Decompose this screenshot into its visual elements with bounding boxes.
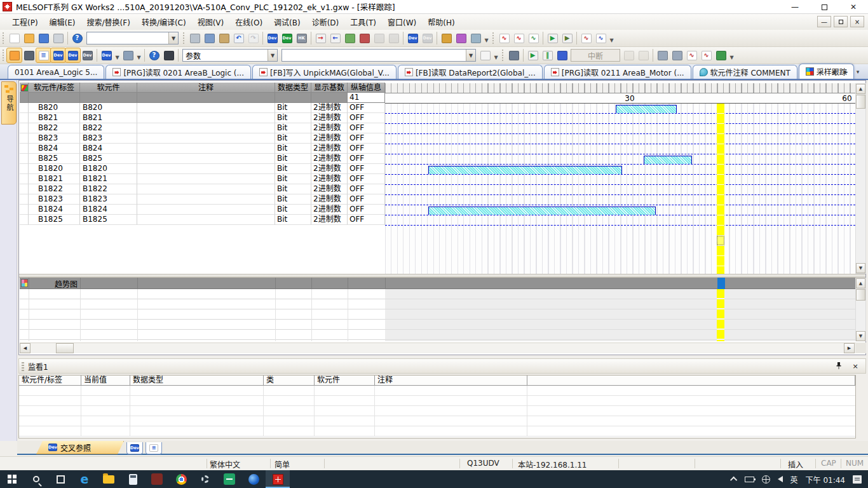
volume-icon[interactable]	[778, 476, 783, 482]
target-combo-arrow-icon[interactable]: ▼	[466, 50, 475, 61]
zoom-fit-button[interactable]	[714, 48, 728, 62]
tab-output-list[interactable]: ≡	[146, 442, 162, 454]
menu-item[interactable]: 搜索/替换(F)	[81, 15, 136, 29]
window-combo[interactable]: 参数▼	[182, 49, 278, 62]
toolbar-overflow-arrow[interactable]: ▼	[135, 48, 142, 62]
hscroll-thumb[interactable]	[56, 343, 74, 353]
trend-cursor-bar[interactable]	[717, 289, 724, 341]
waveform-vscrollbar[interactable]: ▲ ▼	[855, 83, 866, 274]
toolbar-overflow-arrow[interactable]: ▼	[483, 31, 490, 45]
navigation-window-button[interactable]	[7, 48, 22, 62]
clock[interactable]: 下午 01:44	[806, 474, 845, 485]
device-search-button[interactable]	[121, 48, 135, 62]
device-monitor-button[interactable]: Dev	[280, 31, 294, 45]
trace-register-button[interactable]: ∿	[497, 31, 512, 45]
close-button[interactable]: ✕	[839, 0, 868, 14]
help2-button[interactable]: ?	[147, 48, 161, 62]
device-net-button[interactable]: Dev	[80, 48, 95, 62]
trend-scroll-up-button[interactable]: ▲	[856, 278, 865, 288]
watch-empty-row[interactable]	[19, 386, 855, 396]
settings-icon[interactable]	[193, 470, 217, 488]
monitor-grid-button[interactable]	[555, 48, 569, 62]
paste-button[interactable]	[217, 31, 231, 45]
mdi-close-button[interactable]: ×	[850, 16, 864, 27]
toolbar-overflow-arrow[interactable]: ▼	[608, 31, 615, 45]
module-config-button[interactable]	[22, 48, 36, 62]
target-combo[interactable]: ▼	[281, 49, 476, 62]
menu-item[interactable]: 编辑(E)	[44, 15, 81, 29]
toolbar-overflow-arrow[interactable]: ▼	[492, 48, 499, 62]
trace-transfer-button[interactable]: ▶	[560, 31, 574, 45]
maximize-button[interactable]	[810, 0, 839, 14]
wave-zoom-h-button[interactable]: ∿	[593, 31, 608, 45]
melsoft-taskbar-icon[interactable]	[266, 470, 290, 488]
find-binoculars-button[interactable]	[161, 48, 176, 62]
help-button[interactable]: ?	[70, 31, 85, 45]
monitor-find-button[interactable]	[357, 31, 372, 45]
start-button[interactable]	[0, 470, 24, 488]
task-view-button[interactable]	[48, 470, 72, 488]
print-button[interactable]	[51, 31, 65, 45]
edge-icon[interactable]: e	[72, 470, 97, 488]
grayed-find2-button[interactable]	[386, 31, 401, 45]
tab-list-button[interactable]: ▾	[853, 67, 863, 77]
zoom-device1-button[interactable]	[655, 48, 670, 62]
mdi-restore-button[interactable]	[834, 16, 848, 27]
trend-vscrollbar[interactable]: ▲ ▼	[855, 278, 866, 341]
verify-with-plc-button[interactable]	[342, 31, 357, 45]
menu-item[interactable]: 在线(O)	[229, 15, 268, 29]
scroll-down-button[interactable]: ▼	[856, 263, 865, 273]
device-batch-button[interactable]: HK	[294, 31, 309, 45]
step1-button[interactable]	[621, 48, 636, 62]
toolbar-grip[interactable]	[2, 32, 5, 44]
trend-vscroll-thumb[interactable]	[856, 289, 865, 301]
watch-empty-row[interactable]	[19, 416, 855, 426]
tab-device-list[interactable]: Dev	[126, 442, 143, 454]
vscroll-thumb[interactable]	[856, 95, 865, 109]
new-file-button[interactable]	[7, 31, 22, 45]
watch-close-icon[interactable]: ×	[850, 361, 860, 371]
new-page-button[interactable]	[478, 48, 492, 62]
jump-combo[interactable]: ▼	[86, 32, 179, 44]
trace-start-button[interactable]: ▶	[545, 31, 560, 45]
device-comment-button[interactable]: Dev	[51, 48, 65, 62]
zoom-wave1-button[interactable]: ∿	[684, 48, 699, 62]
navigation-panel-tab[interactable]: 导航	[1, 81, 17, 125]
save-button[interactable]	[36, 31, 51, 45]
device-display-button[interactable]: Dev	[99, 48, 114, 62]
menu-item[interactable]: 视图(V)	[192, 15, 230, 29]
toolbar-overflow-arrow[interactable]: ▼	[728, 48, 735, 62]
read-from-plc-button[interactable]: ←	[328, 31, 342, 45]
app-ball-icon[interactable]	[241, 470, 266, 488]
watch-empty-row[interactable]	[19, 426, 855, 437]
menu-item[interactable]: 帮助(H)	[422, 15, 460, 29]
device-find-button[interactable]: Dev	[265, 31, 280, 45]
redo-button[interactable]: ↷	[246, 31, 261, 45]
trace-point-button[interactable]: ∿	[512, 31, 526, 45]
doc-tab[interactable]: [PRG]读取 0201 AreaB_Logic (...	[105, 65, 251, 79]
watch-empty-row[interactable]	[19, 406, 855, 416]
network-icon[interactable]	[762, 475, 770, 484]
pc-monitor-button[interactable]	[468, 31, 483, 45]
toolbar-grip[interactable]	[501, 50, 505, 61]
menu-item[interactable]: 工程(P)	[6, 15, 44, 29]
doc-tab[interactable]: [FB]读取 DataReport2(Global_...	[398, 65, 543, 79]
search-button[interactable]	[24, 470, 48, 488]
action-center-icon[interactable]	[853, 475, 862, 484]
monitor-write-button[interactable]	[454, 31, 468, 45]
device-record-gray-button[interactable]: Dev	[420, 31, 435, 45]
mdi-minimize-button[interactable]: —	[817, 16, 831, 27]
trend-scroll-down-button[interactable]: ▼	[856, 331, 865, 341]
minimize-button[interactable]: —	[780, 0, 810, 14]
monitor-mode-button[interactable]	[439, 31, 454, 45]
toolbar-overflow-arrow[interactable]: ▼	[114, 48, 121, 62]
scroll-right-button[interactable]: ▶	[844, 343, 855, 353]
app-green-icon[interactable]	[217, 470, 241, 488]
hidden-icons-chevron[interactable]	[730, 477, 737, 484]
monitor-stop-button[interactable]: ‖	[540, 48, 555, 62]
calculator-icon[interactable]	[121, 470, 145, 488]
watch-grip[interactable]	[22, 362, 24, 371]
doc-tab[interactable]: 软元件注释 COMMENT	[693, 65, 797, 79]
menu-item[interactable]: 调试(B)	[268, 15, 306, 29]
doc-tab[interactable]: 0101 AreaA_Logic 5...	[8, 65, 104, 79]
